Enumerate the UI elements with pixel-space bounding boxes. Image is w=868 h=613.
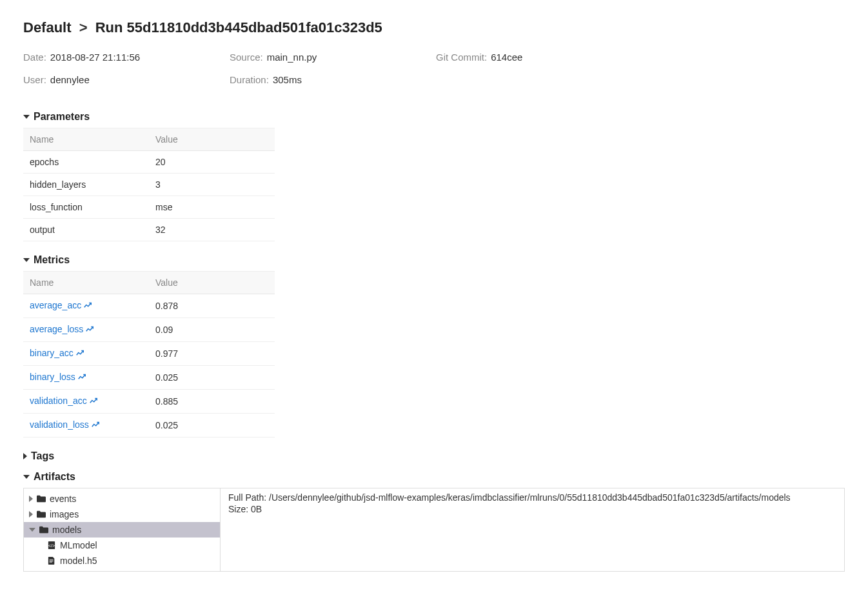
metric-link[interactable]: binary_loss <box>30 372 75 382</box>
caret-down-icon <box>23 258 30 262</box>
breadcrumb-root[interactable]: Default <box>23 19 72 35</box>
metric-value: 0.09 <box>149 318 275 342</box>
meta-git-label: Git Commit: <box>436 52 487 63</box>
tree-file[interactable]: </>MLmodel <box>24 538 220 553</box>
artifact-fullpath-value: /Users/dennylee/github/jsd-mlflow-exampl… <box>269 492 791 503</box>
meta-git: Git Commit: 614cee <box>436 52 642 63</box>
param-name: output <box>23 219 149 241</box>
artifact-size-value: 0B <box>251 504 262 514</box>
section-parameters-toggle[interactable]: Parameters <box>23 111 845 123</box>
metric-link[interactable]: average_loss <box>30 324 83 334</box>
caret-down-icon <box>23 475 30 479</box>
meta-date-value: 2018-08-27 21:11:56 <box>50 52 140 63</box>
chart-icon[interactable] <box>76 349 84 359</box>
folder-icon <box>39 526 48 534</box>
param-value: 3 <box>149 174 275 196</box>
breadcrumb: Default > Run 55d11810dd3b445dbad501fa01… <box>23 19 845 36</box>
meta-duration: Duration: 305ms <box>230 74 436 85</box>
tree-node-label: model.h5 <box>60 554 97 567</box>
metrics-table: Name Value average_acc0.878average_loss0… <box>23 271 275 437</box>
artifact-details: Full Path: /Users/dennylee/github/jsd-ml… <box>221 488 844 571</box>
table-row: binary_loss0.025 <box>23 366 275 390</box>
metric-link[interactable]: validation_acc <box>30 396 87 406</box>
section-artifacts-toggle[interactable]: Artifacts <box>23 471 845 483</box>
chart-icon[interactable] <box>84 301 92 312</box>
meta-user-value: dennylee <box>50 74 90 85</box>
svg-text:</>: </> <box>48 543 55 548</box>
caret-down-icon <box>29 528 35 532</box>
chart-icon[interactable] <box>78 373 86 383</box>
caret-right-icon <box>29 511 33 518</box>
artifact-fullpath-label: Full Path: <box>228 492 266 503</box>
parameters-col-value: Value <box>149 128 275 151</box>
run-meta: Date: 2018-08-27 21:11:56 Source: main_n… <box>23 52 845 92</box>
svg-rect-4 <box>50 562 52 563</box>
table-row: validation_loss0.025 <box>23 414 275 437</box>
table-row: loss_functionmse <box>23 196 275 219</box>
param-value: mse <box>149 196 275 219</box>
metric-link[interactable]: average_acc <box>30 300 81 310</box>
section-tags-toggle[interactable]: Tags <box>23 450 845 462</box>
section-tags-label: Tags <box>31 450 54 462</box>
table-row: validation_acc0.885 <box>23 390 275 414</box>
table-row: hidden_layers3 <box>23 174 275 196</box>
section-parameters-label: Parameters <box>34 111 90 123</box>
metric-value: 0.025 <box>149 366 275 390</box>
tree-node-label: models <box>52 523 81 536</box>
table-row: average_loss0.09 <box>23 318 275 342</box>
tree-node-label: events <box>50 492 76 505</box>
tree-folder[interactable]: models <box>24 522 220 538</box>
meta-duration-value: 305ms <box>273 74 302 85</box>
artifacts-pane: eventsimagesmodels</>MLmodelmodel.h5 Ful… <box>23 488 845 572</box>
artifact-size-label: Size: <box>228 504 248 514</box>
section-metrics-label: Metrics <box>34 254 70 266</box>
folder-icon <box>37 495 46 503</box>
artifacts-tree: eventsimagesmodels</>MLmodelmodel.h5 <box>24 488 221 571</box>
parameters-col-name: Name <box>23 128 149 151</box>
metric-value: 0.885 <box>149 390 275 414</box>
svg-rect-3 <box>50 561 54 561</box>
tree-node-label: MLmodel <box>60 539 97 552</box>
metric-value: 0.025 <box>149 414 275 437</box>
tree-file[interactable]: model.h5 <box>24 553 220 568</box>
tree-folder[interactable]: images <box>24 507 220 522</box>
meta-user-label: User: <box>23 74 46 85</box>
code-file-icon: </> <box>47 541 56 549</box>
svg-rect-2 <box>50 559 54 560</box>
chart-icon[interactable] <box>86 325 94 336</box>
metrics-col-value: Value <box>149 272 275 294</box>
doc-file-icon <box>47 557 56 565</box>
meta-source: Source: main_nn.py <box>230 52 436 63</box>
chart-icon[interactable] <box>92 421 99 431</box>
meta-date: Date: 2018-08-27 21:11:56 <box>23 52 230 63</box>
param-name: loss_function <box>23 196 149 219</box>
metric-value: 0.977 <box>149 342 275 366</box>
section-artifacts-label: Artifacts <box>34 471 75 483</box>
caret-down-icon <box>23 115 30 119</box>
metric-value: 0.878 <box>149 294 275 318</box>
meta-git-value: 614cee <box>491 52 522 63</box>
table-row: average_acc0.878 <box>23 294 275 318</box>
folder-icon <box>37 510 46 518</box>
meta-date-label: Date: <box>23 52 46 63</box>
meta-user: User: dennylee <box>23 74 230 85</box>
meta-source-label: Source: <box>230 52 263 63</box>
meta-source-value: main_nn.py <box>267 52 317 63</box>
metric-link[interactable]: binary_acc <box>30 348 74 358</box>
caret-right-icon <box>29 496 33 502</box>
tree-node-label: images <box>50 508 79 521</box>
section-metrics-toggle[interactable]: Metrics <box>23 254 845 266</box>
table-row: binary_acc0.977 <box>23 342 275 366</box>
table-row: epochs20 <box>23 151 275 174</box>
metrics-col-name: Name <box>23 272 149 294</box>
param-name: epochs <box>23 151 149 174</box>
chart-icon[interactable] <box>90 397 97 407</box>
param-name: hidden_layers <box>23 174 149 196</box>
meta-duration-label: Duration: <box>230 74 269 85</box>
table-row: output32 <box>23 219 275 241</box>
tree-folder[interactable]: events <box>24 491 220 507</box>
caret-right-icon <box>23 453 27 459</box>
metric-link[interactable]: validation_loss <box>30 419 89 430</box>
breadcrumb-run-prefix: Run <box>95 19 123 35</box>
breadcrumb-run-id: 55d11810dd3b445dbad501fa01c323d5 <box>127 19 382 35</box>
